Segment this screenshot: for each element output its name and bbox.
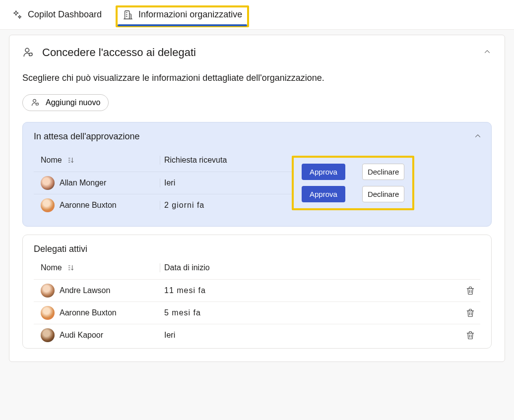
pending-title: In attesa dell'approvazione [34, 131, 480, 142]
avatar [41, 176, 55, 190]
active-title: Delegati attivi [34, 244, 480, 254]
start-time: 11 mesi fa [164, 286, 206, 295]
section-header: Concedere l'accesso ai delegati [22, 46, 492, 59]
decline-button[interactable]: Declinare [362, 186, 404, 202]
pending-actions: Approva Declinare [299, 161, 407, 183]
active-row: Audi Kapoor Ieri [34, 324, 480, 346]
person-name: Andre Lawson [60, 286, 110, 295]
person-name: Allan Monger [60, 179, 106, 187]
active-row: Aaronne Buxton 5 mesi fa [34, 301, 480, 324]
tab-label: Copilot Dashboard [28, 9, 102, 20]
tab-org-info[interactable]: Informazioni organizzative [116, 5, 249, 27]
avatar [41, 306, 55, 320]
pending-approval-card: In attesa dell'approvazione Nome Richies… [22, 122, 492, 227]
section-title: Concedere l'accesso ai delegati [42, 46, 196, 59]
delete-button[interactable] [463, 284, 477, 298]
person-name: Audi Kapoor [60, 331, 103, 340]
pending-row: Allan Monger Ieri [34, 172, 292, 194]
delete-button[interactable] [463, 328, 477, 342]
building-icon [123, 9, 133, 20]
col-name-label: Nome [41, 263, 62, 272]
active-delegates-card: Delegati attivi Nome Data di inizio Andr… [22, 235, 492, 349]
person-add-icon [31, 98, 41, 108]
person-name: Aaronne Buxton [60, 308, 117, 317]
sort-icon[interactable] [67, 156, 75, 164]
pending-row: Aaronne Buxton 2 giorni fa [34, 194, 292, 216]
tab-copilot-dashboard[interactable]: Copilot Dashboard [10, 5, 104, 24]
people-link-icon [22, 46, 35, 59]
add-new-button[interactable]: Aggiungi nuovo [22, 94, 109, 111]
actions-highlight: Approva Declinare Approva Declinare [292, 156, 414, 210]
active-row: Andre Lawson 11 mesi fa [34, 279, 480, 301]
col-request-label: Richiesta ricevuta [164, 156, 227, 164]
add-new-label: Aggiungi nuovo [46, 98, 100, 107]
avatar [41, 198, 55, 212]
start-time: 5 mesi fa [164, 308, 201, 317]
person-name: Aaronne Buxton [60, 201, 117, 210]
active-table-header: Nome Data di inizio [34, 263, 480, 279]
approve-button[interactable]: Approva [302, 164, 345, 180]
decline-button[interactable]: Declinare [362, 164, 404, 180]
sort-icon[interactable] [67, 264, 75, 272]
sparkle-icon [12, 9, 23, 20]
request-time: Ieri [160, 179, 279, 187]
tab-label: Informazioni organizzative [138, 9, 242, 20]
top-tabs: Copilot Dashboard Informazioni organizza… [0, 0, 514, 30]
approve-button[interactable]: Approva [302, 186, 345, 202]
chevron-up-icon[interactable] [483, 47, 492, 56]
col-start-label: Data di inizio [164, 263, 210, 272]
avatar [41, 284, 55, 298]
col-name-label: Nome [41, 156, 62, 165]
pending-table-header: Nome Richiesta ricevuta [34, 156, 292, 172]
start-time: Ieri [160, 331, 279, 340]
delegate-access-card: Concedere l'accesso ai delegati Sceglier… [9, 35, 505, 362]
chevron-up-icon[interactable] [473, 131, 482, 140]
request-time: 2 giorni fa [164, 201, 204, 209]
section-description: Scegliere chi può visualizzare le inform… [22, 73, 492, 83]
pending-actions: Approva Declinare [299, 183, 407, 205]
avatar [41, 328, 55, 342]
delete-button[interactable] [463, 306, 477, 320]
